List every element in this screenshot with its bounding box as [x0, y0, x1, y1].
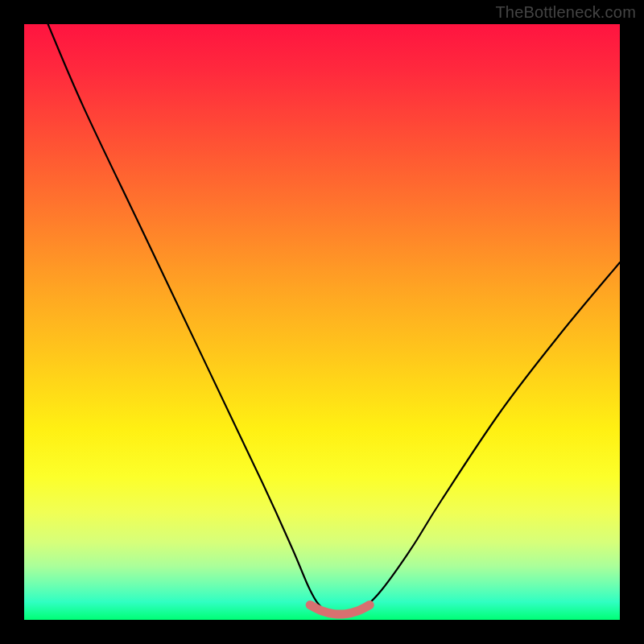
bottleneck-curve — [48, 24, 620, 615]
plot-area — [24, 24, 620, 620]
curve-layer — [24, 24, 620, 620]
chart-frame: TheBottleneck.com — [0, 0, 644, 644]
watermark-text: TheBottleneck.com — [495, 3, 636, 22]
flat-bottom-marker — [310, 605, 369, 615]
